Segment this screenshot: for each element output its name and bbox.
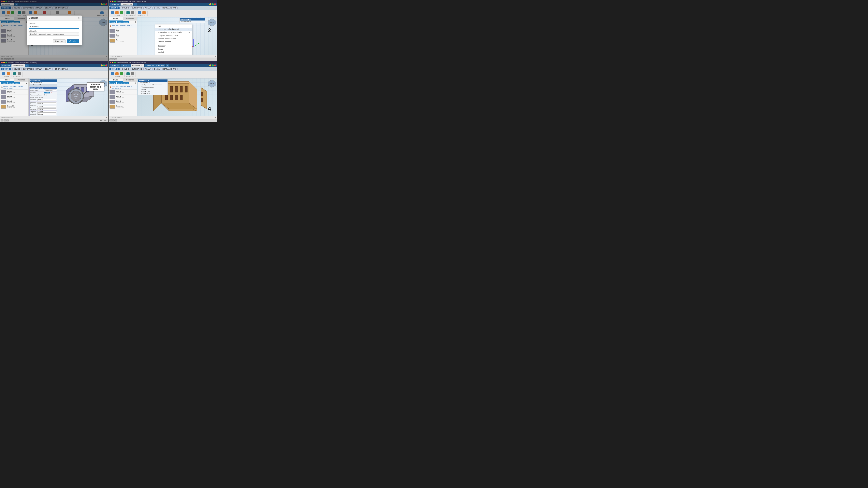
sp-settings-q2[interactable]: ⚙ [135,21,136,23]
win-close-q2[interactable] [214,3,216,5]
max-dot-q3[interactable] [5,62,7,63]
sheet-tab-q3[interactable]: CHAPA [44,68,52,70]
close-dot-q3[interactable] [1,62,3,63]
win-max-q4[interactable] [212,64,214,66]
move-az-input[interactable] [37,113,56,115]
mesh-tab-q4[interactable]: MALLA [144,68,152,70]
pos-b2-q4[interactable] [130,72,135,75]
nav-cara-a-q4[interactable]: Cara A v s:1 [138,90,167,93]
nav-cube-q2[interactable]: HOME [208,18,216,27]
bt-btn-3-q2[interactable] [115,58,117,60]
max-dot-q2[interactable] [114,1,116,2]
min-dot-q4[interactable] [112,62,114,63]
move-dy-input[interactable] [37,102,56,104]
cm-compartir[interactable]: Compartir vínculo público [155,34,192,37]
tools-tab-q3[interactable]: HERRAMIENTAS [53,68,69,70]
rb1-q4[interactable] [110,72,115,75]
bt-btn-2-q4[interactable] [112,120,115,122]
cm-suprimir[interactable]: Suprimir [155,51,192,54]
sp-tab-datos-q3[interactable]: Datos [0,78,14,82]
solid-tab-q3[interactable]: SÓLIDO [12,68,22,70]
tab-cara-a5-q4[interactable]: Cara A v5 [145,64,155,67]
cm-insertar[interactable]: Insertar en el diseño actual ← [155,28,192,31]
design-mode-q3[interactable]: DISEÑO [1,68,11,70]
sp-item-ensamble-q3[interactable]: Ensamble 11:34:01 AM [0,104,28,109]
bt-btn-1-q2[interactable] [110,58,112,60]
min-dot-q3[interactable] [3,62,5,63]
tab-cara-a4-q4[interactable]: Cara A v4 [155,64,165,67]
nueva-carpeta-btn-q3[interactable]: Nueva carpeta [8,82,20,85]
close-dot-q4[interactable] [110,62,111,63]
cargar-btn-q4[interactable]: Cargar [110,82,116,85]
sp-item-cara-b-q3[interactable]: Cara B 11:36:16 AM [0,94,28,99]
tab-ensamble-q4[interactable]: Ensamble v1* [131,64,145,67]
tab-plus-q3[interactable]: + [25,64,29,67]
mb2-q3[interactable] [17,72,22,75]
sp-tab-personas-q4[interactable]: Personas [123,78,137,82]
move-ay-input[interactable] [37,111,56,112]
win-min-q3[interactable] [101,64,102,66]
dialog-cancel-btn[interactable]: Cancelar [53,39,66,43]
cm-abrir[interactable]: Abrir [155,25,192,28]
nav-item-ensamble-q3[interactable]: ▼ Ensamble v1 [30,82,57,84]
dialog-close-btn[interactable]: × [78,17,80,19]
sp-item-cara-c-q3[interactable]: Cara C 11:25:26 AM [0,99,28,104]
tab-cara-c-q2[interactable]: Cara C v1 [110,3,120,5]
tools-tab-q2[interactable]: HERRAMIENTAS [161,6,178,9]
move-tipo-icons[interactable]: ⟳ ↻ [44,94,47,96]
rb2-q4[interactable] [115,72,119,75]
win-min-q2[interactable] [209,3,211,5]
sp-tab-datos-q4[interactable]: Datos [109,78,123,82]
close-dot-q2[interactable] [110,1,111,2]
sp-settings-q4[interactable]: ⚙ [135,82,136,85]
sp-tab-personas-q2[interactable]: Personas [123,18,137,21]
mesh-tab-q2[interactable]: MALLA [144,6,152,9]
sp-item-cara-a-q3[interactable]: Cara A 11:40:16 AM [0,90,28,94]
cm-desplazar[interactable]: Desplazar [155,44,192,47]
sp-tab-datos-q2[interactable]: Datos [109,18,123,21]
design-mode-q4[interactable]: DISEÑO [110,68,120,70]
bt-btn-3-q3[interactable] [6,120,9,122]
nueva-carpeta-btn-q4[interactable]: Nueva carpeta [117,82,129,85]
dialog-path-arrow[interactable]: ▼ [76,33,78,35]
nav-cube-q3[interactable]: HOME [99,79,107,88]
mod-b1-q2[interactable] [126,11,130,14]
rb1-q3[interactable] [2,72,6,75]
move-ax-input[interactable] [37,108,56,110]
solid-tab-q4[interactable]: SÓLIDO [121,68,130,70]
win-close-q3[interactable] [105,64,107,66]
nav-sub-item-q3[interactable]: Cara A v4:1 [30,84,57,86]
design-mode-q2[interactable]: DISEÑO [110,6,120,9]
sp-item-ens-q4[interactable]: Ensamble 11:34:01 AM [109,104,137,109]
crear-b1-q2[interactable] [110,11,115,14]
move-dx-input[interactable] [37,99,56,101]
nueva-carpeta-btn-q2[interactable]: Nueva carpeta [117,21,129,23]
cm-nuevo-dibujo[interactable]: Nuevo dibujo a partir de diseño ▶ [155,31,192,34]
mod-b2-q2[interactable] [130,11,135,14]
crear-b3-q2[interactable] [119,11,124,14]
bt-btn-2-q3[interactable] [4,120,6,122]
surface-tab-q2[interactable]: SUPERFICIE [131,6,144,9]
cargar-btn-q3[interactable]: Cargar [1,82,7,85]
min-dot-q2[interactable] [112,1,114,2]
tab-ensamble-q3[interactable]: Ensamble v1* [11,64,25,67]
sp-item-a-q4[interactable]: Cara A 11:40:16 AM [109,90,137,94]
nav-item-root-q4[interactable]: ▼ Ensamble v1 [138,82,167,84]
sp-item-b-q4[interactable]: Cara B 11:36:16 AM [109,94,137,99]
win-min-q4[interactable] [209,64,211,66]
max-dot-q4[interactable] [114,62,116,63]
ens-b2-q2[interactable] [142,11,146,14]
context-menu-q2[interactable]: Abrir Insertar en el diseño actual ← Nue… [155,24,192,55]
sp-item-c-q4[interactable]: Cara C 11:25:26 AM [109,99,137,104]
cargar-btn-q2[interactable]: Cargar [110,21,116,23]
tab-plus-q4[interactable]: + [166,64,169,67]
sp-tab-personas-q3[interactable]: Personas [14,78,28,82]
nav-config-q4[interactable]: Configuración del documento [138,84,167,86]
sp-item-3-q2[interactable]: E... 11:33:55 AM [109,38,137,43]
rb2-q3[interactable] [6,72,10,75]
tab-ensamble-q2[interactable]: Ensamble v1 [121,3,133,5]
nav-origen-q4[interactable]: Origen [138,88,167,90]
tab-cara-c-q4[interactable]: Cara C v0 [110,64,120,67]
surface-tab-q3[interactable]: SUPERFICIE [22,68,35,70]
win-max-q2[interactable] [212,3,214,5]
